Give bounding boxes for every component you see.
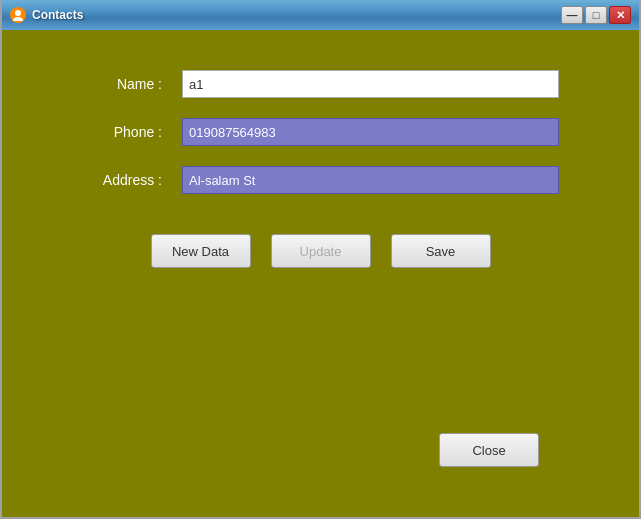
title-bar: Contacts — □ ✕ bbox=[2, 0, 639, 30]
close-titlebar-button[interactable]: ✕ bbox=[609, 6, 631, 24]
address-row: Address : bbox=[82, 166, 559, 194]
save-button[interactable]: Save bbox=[391, 234, 491, 268]
contacts-window: Contacts — □ ✕ Name : Phone : Address : bbox=[0, 0, 641, 519]
name-label: Name : bbox=[82, 76, 162, 92]
bottom-area: Close bbox=[82, 433, 559, 487]
phone-label: Phone : bbox=[82, 124, 162, 140]
button-area: New Data Update Save bbox=[82, 234, 559, 268]
window-controls: — □ ✕ bbox=[561, 6, 631, 24]
address-input[interactable] bbox=[182, 166, 559, 194]
maximize-button[interactable]: □ bbox=[585, 6, 607, 24]
window-content: Name : Phone : Address : New Data Update… bbox=[2, 30, 639, 517]
update-button[interactable]: Update bbox=[271, 234, 371, 268]
phone-row: Phone : bbox=[82, 118, 559, 146]
new-data-button[interactable]: New Data bbox=[151, 234, 251, 268]
window-title: Contacts bbox=[32, 8, 555, 22]
svg-point-0 bbox=[15, 10, 21, 16]
name-row: Name : bbox=[82, 70, 559, 98]
name-input[interactable] bbox=[182, 70, 559, 98]
minimize-button[interactable]: — bbox=[561, 6, 583, 24]
address-label: Address : bbox=[82, 172, 162, 188]
window-icon bbox=[10, 7, 26, 23]
close-button[interactable]: Close bbox=[439, 433, 539, 467]
form-area: Name : Phone : Address : bbox=[82, 70, 559, 194]
phone-input[interactable] bbox=[182, 118, 559, 146]
